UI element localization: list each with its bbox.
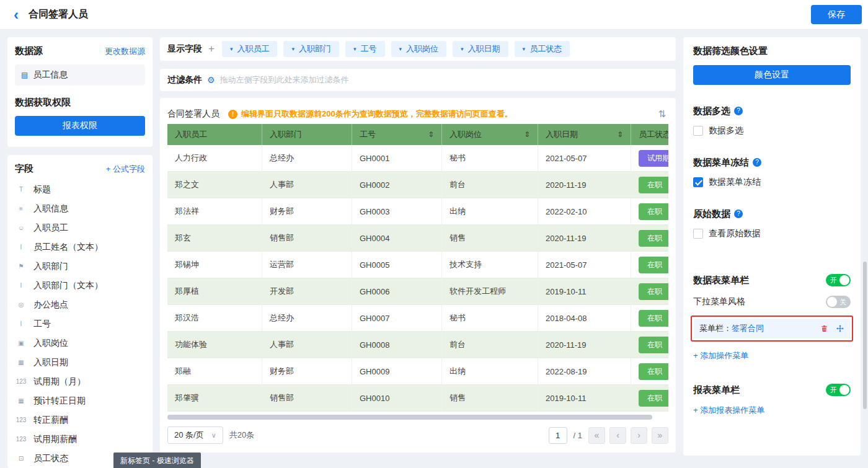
cell-employee-id: GH0003	[352, 198, 442, 225]
field-item[interactable]: ▦ 入职日期	[15, 353, 145, 372]
sort-order-icon[interactable]: ⇅	[655, 108, 668, 120]
horizontal-scrollbar[interactable]	[167, 415, 668, 420]
menu-freeze-checkbox[interactable]	[693, 177, 703, 187]
table-row[interactable]: 郑玄 销售部 GH0004 销售 2020-11-19 在职	[167, 225, 668, 252]
position-icon: ▣	[15, 340, 27, 347]
status-badge: 在职	[639, 310, 668, 327]
field-item[interactable]: T 标题	[15, 180, 145, 199]
column-header[interactable]: 入职日期 ⇕	[538, 124, 631, 145]
raw-data-option[interactable]: 查看原始数据	[693, 228, 851, 239]
toggle-knob	[839, 385, 849, 395]
report-menu-toggle[interactable]: 开	[826, 384, 851, 396]
next-page-button[interactable]: ›	[631, 427, 647, 444]
column-label: 入职日期	[546, 129, 578, 140]
column-header[interactable]: 员工状态	[631, 124, 668, 145]
field-item[interactable]: 123 转正薪酬	[15, 410, 145, 430]
column-header[interactable]: 工号 ⇕	[352, 124, 442, 145]
table-row[interactable]: 郑肇骥 销售部 GH0010 销售 2019-10-11 在职	[167, 385, 668, 412]
display-field-chip[interactable]: ▾ 入职员工	[222, 41, 278, 57]
gear-icon[interactable]: ⚙	[207, 75, 215, 85]
prev-page-button[interactable]: ‹	[609, 427, 626, 444]
multi-select-checkbox[interactable]	[693, 126, 703, 136]
raw-data-checkbox[interactable]	[693, 229, 703, 239]
save-button[interactable]: 保存	[811, 5, 862, 24]
change-datasource-link[interactable]: 更改数据源	[105, 46, 145, 57]
display-field-chip[interactable]: ▾ 工号	[345, 41, 385, 57]
field-item[interactable]: I 工号	[15, 314, 145, 333]
display-field-chip[interactable]: ▾ 入职日期	[453, 41, 508, 57]
dropdown-style-toggle[interactable]: 关	[826, 296, 851, 308]
table-row[interactable]: 人力行政 总经办 GH0001 秘书 2021-05-07 试用期	[167, 145, 668, 172]
field-label: 入职员工	[33, 223, 68, 234]
chevron-down-icon: ▾	[399, 46, 402, 52]
help-icon[interactable]: ?	[734, 107, 743, 115]
field-item[interactable]: ☺ 入职员工	[15, 218, 145, 237]
column-header[interactable]: 入职员工	[167, 124, 262, 145]
add-action-menu-link[interactable]: + 添加操作菜单	[693, 350, 748, 361]
table-row[interactable]: 郑厚植 开发部 GH0006 软件开发工程师 2019-10-11 在职	[167, 278, 668, 305]
sort-icon[interactable]: ⇕	[428, 130, 434, 139]
table-row[interactable]: 郑汉浩 总经办 GH0007 秘书 2018-04-08 在职	[167, 305, 668, 332]
next-page-icon: ›	[637, 430, 640, 440]
sort-icon[interactable]: ⇕	[524, 130, 530, 139]
sort-icon[interactable]: ⇕	[617, 130, 623, 139]
multi-select-option[interactable]: 数据多选	[693, 125, 851, 136]
display-field-chip[interactable]: ▾ 入职部门	[283, 41, 339, 57]
field-item[interactable]: ≡ 入职信息	[15, 199, 145, 218]
cell-department: 总经办	[262, 145, 352, 172]
horizontal-scrollbar-thumb[interactable]	[167, 415, 652, 420]
table-row[interactable]: 郑之文 人事部 GH0002 前台 2020-11-19 在职	[167, 172, 668, 198]
add-report-action-menu-link[interactable]: + 添加报表操作菜单	[693, 405, 764, 416]
cell-department: 人事部	[262, 332, 352, 358]
field-item[interactable]: ⚑ 入职部门	[15, 257, 145, 276]
move-icon[interactable]	[836, 324, 844, 333]
display-field-chips: ▾ 入职员工 ▾ 入职部门 ▾ 工号 ▾ 入职	[222, 41, 570, 57]
page-number-input[interactable]	[549, 427, 567, 444]
field-item[interactable]: I 入职部门（文本）	[15, 276, 145, 295]
cell-employee-id: GH0002	[352, 172, 442, 198]
display-field-chip[interactable]: ▾ 员工状态	[515, 41, 570, 57]
field-item[interactable]: 123 试用期（月）	[15, 372, 145, 391]
table-row[interactable]: 郑融 财务部 GH0009 出纳 2022-08-19 在职	[167, 358, 668, 385]
help-icon[interactable]: ?	[753, 158, 761, 167]
add-display-field-button[interactable]: +	[208, 43, 215, 55]
chevron-down-icon: ▾	[291, 46, 294, 52]
column-header[interactable]: 入职部门	[262, 124, 352, 145]
menu-item-row[interactable]: 菜单栏： 签署合同	[694, 319, 850, 338]
cell-position: 前台	[442, 172, 538, 198]
display-field-chip[interactable]: ▾ 入职岗位	[391, 41, 447, 57]
first-page-button[interactable]: «	[588, 427, 605, 444]
field-item[interactable]: ◎ 办公地点	[15, 295, 145, 314]
formula-field-link[interactable]: + 公式字段	[106, 164, 145, 175]
cell-employee: 人力行政	[167, 145, 262, 172]
field-item[interactable]: ▦ 预计转正日期	[15, 391, 145, 410]
datasource-title: 数据源	[15, 45, 43, 57]
table-header-row: 入职员工 入职部门 工号 ⇕	[167, 124, 668, 145]
help-icon[interactable]: ?	[734, 210, 743, 218]
field-item[interactable]: ▣ 入职岗位	[15, 333, 145, 353]
pagination-bar: 20 条/页 ∨ 共20条 / 1 « ‹ › »	[167, 426, 668, 444]
color-settings-button[interactable]: 颜色设置	[693, 65, 851, 85]
last-page-button[interactable]: »	[652, 427, 668, 444]
delete-icon[interactable]	[820, 324, 828, 333]
table-row[interactable]: 功能体验 人事部 GH0008 前台 2020-11-19 在职	[167, 332, 668, 358]
multi-select-checkbox-label: 数据多选	[709, 125, 743, 136]
cell-hire-date: 2022-02-10	[538, 198, 631, 225]
table-row[interactable]: 郑锡坤 运营部 GH0005 技术支持 2021-05-07 在职	[167, 252, 668, 278]
report-permission-button[interactable]: 报表权限	[15, 116, 145, 136]
table-menu-toggle[interactable]: 开	[826, 274, 851, 286]
datasource-item[interactable]: ▤ 员工信息	[15, 64, 145, 86]
text-icon: I	[15, 320, 27, 327]
table-row[interactable]: 郑法祥 财务部 GH0003 出纳 2022-02-10 在职	[167, 198, 668, 225]
vertical-scrollbar[interactable]	[863, 262, 867, 409]
raw-data-checkbox-label: 查看原始数据	[709, 228, 761, 239]
menu-freeze-option[interactable]: 数据菜单冻结	[693, 177, 851, 188]
page-size-select[interactable]: 20 条/页 ∨	[167, 426, 223, 444]
column-label: 入职部门	[270, 129, 302, 140]
cell-hire-date: 2019-10-11	[538, 278, 631, 305]
back-button[interactable]: ‹	[14, 7, 19, 22]
status-badge: 试用期	[639, 150, 668, 167]
field-item[interactable]: I 员工姓名（文本）	[15, 237, 145, 257]
field-item[interactable]: 123 试用期薪酬	[15, 430, 145, 449]
column-header[interactable]: 入职岗位 ⇕	[442, 124, 538, 145]
